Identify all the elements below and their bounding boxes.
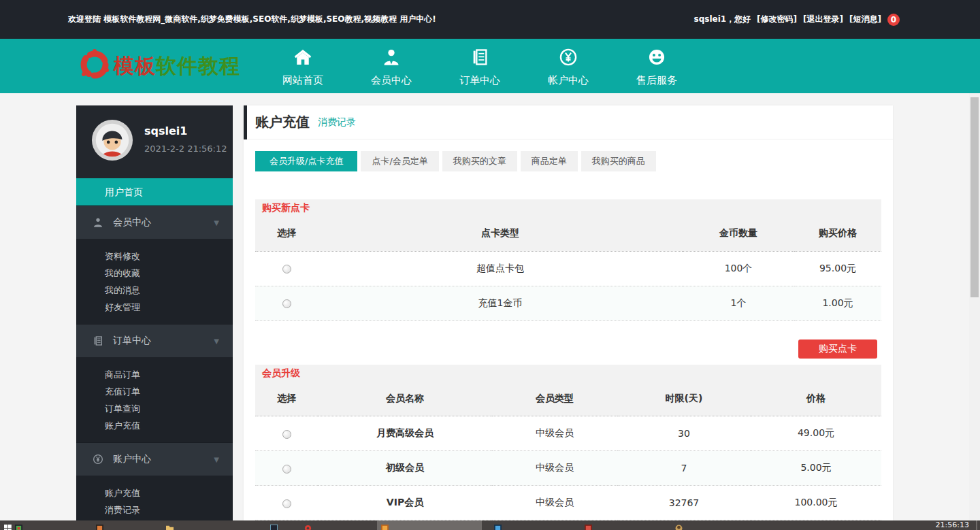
sidebar-item-user-home[interactable]: 用户首页 bbox=[76, 178, 233, 205]
site-logo[interactable]: 模板软件教程 bbox=[78, 48, 252, 84]
nav-item-after-sales[interactable]: 售后服务 bbox=[612, 45, 701, 87]
sidebar-submenu-orders: 商品订单 充值订单 订单查询 账户充值 bbox=[76, 357, 233, 442]
nav-item-label: 订单中心 bbox=[459, 74, 500, 87]
messages-link[interactable]: [短消息] bbox=[849, 14, 881, 25]
orders-icon bbox=[470, 48, 489, 69]
column-header: 会员类型 bbox=[492, 382, 617, 416]
tab-upgrade-recharge[interactable]: 会员升级/点卡充值 bbox=[255, 151, 357, 171]
taskbar-app[interactable] bbox=[162, 520, 178, 530]
section-title-upgrade: 会员升级 bbox=[255, 365, 881, 382]
windows-taskbar: 21:56:13 bbox=[0, 520, 980, 530]
coin-amount: 1个 bbox=[683, 286, 794, 320]
sidebar: sqslei1 2021-2-2 21:56:12 用户首页 会员中心 ▼ 资料… bbox=[76, 105, 233, 520]
column-header: 金币数量 bbox=[683, 216, 794, 251]
topbar: 欢迎登陆 模板软件教程网_微商软件,织梦免费模板,SEO软件,织梦模板,SEO教… bbox=[0, 0, 980, 39]
card-type: 超值点卡包 bbox=[318, 251, 683, 286]
change-password-link[interactable]: [修改密码] bbox=[757, 14, 797, 25]
tab-card-member-orders[interactable]: 点卡/会员定单 bbox=[361, 151, 438, 171]
nav-item-order-center[interactable]: 订单中心 bbox=[436, 45, 524, 87]
price: 5.00元 bbox=[751, 451, 881, 486]
scrollbar-thumb[interactable] bbox=[970, 97, 979, 297]
taskbar-app[interactable] bbox=[671, 520, 687, 530]
sidebar-item-product-orders[interactable]: 商品订单 bbox=[76, 366, 233, 383]
sidebar-item-profile-edit[interactable]: 资料修改 bbox=[76, 248, 233, 265]
spending-history-link[interactable]: 消费记录 bbox=[318, 116, 356, 129]
radio-select[interactable] bbox=[282, 265, 291, 274]
price: 1.00元 bbox=[794, 286, 881, 320]
section-title-buy-card: 购买新点卡 bbox=[255, 199, 881, 216]
radio-select[interactable] bbox=[282, 299, 291, 308]
sidebar-item-order-query[interactable]: 订单查询 bbox=[76, 400, 233, 417]
nav-items: 网站首页 会员中心 订单中心 帐户中心 售后服务 bbox=[259, 45, 701, 87]
chevron-down-icon: ▼ bbox=[214, 219, 219, 227]
buy-button-row: 购买点卡 bbox=[255, 339, 877, 359]
page-header: 账户充值 消费记录 bbox=[244, 105, 893, 139]
nav-item-label: 售后服务 bbox=[636, 74, 677, 87]
buy-card-button[interactable]: 购买点卡 bbox=[798, 339, 877, 359]
duration-days: 7 bbox=[617, 451, 751, 486]
message-count-badge[interactable]: 0 bbox=[887, 14, 900, 26]
user-greeting: sqslei1，您好 bbox=[694, 14, 751, 25]
table-header-row: 选择 点卡类型 金币数量 购买价格 bbox=[255, 216, 881, 251]
avatar[interactable] bbox=[91, 119, 133, 161]
sidebar-item-my-messages[interactable]: 我的消息 bbox=[76, 282, 233, 299]
tab-purchased-articles[interactable]: 我购买的文章 bbox=[442, 151, 517, 171]
logo-swirl-icon bbox=[78, 48, 111, 84]
member-icon bbox=[93, 217, 103, 228]
nav-item-account-center[interactable]: 帐户中心 bbox=[524, 45, 612, 87]
chevron-down-icon: ▼ bbox=[214, 456, 219, 463]
radio-select[interactable] bbox=[282, 430, 291, 439]
taskbar-app-icon bbox=[675, 525, 683, 530]
sidebar-section-order-center[interactable]: 订单中心 ▼ bbox=[76, 324, 233, 357]
table-row: 月费高级会员 中级会员 30 49.00元 bbox=[255, 416, 881, 451]
nav-item-member-center[interactable]: 会员中心 bbox=[347, 45, 436, 87]
sidebar-item-favorites[interactable]: 我的收藏 bbox=[76, 265, 233, 282]
sidebar-item-spending-history[interactable]: 消费记录 bbox=[76, 501, 233, 518]
sidebar-item-account-recharge[interactable]: 账户充值 bbox=[76, 417, 233, 434]
sidebar-submenu-account: 账户充值 消费记录 bbox=[76, 476, 233, 520]
profile-block: sqslei1 2021-2-2 21:56:12 bbox=[76, 105, 233, 178]
column-header: 会员名称 bbox=[318, 382, 492, 416]
sidebar-item-recharge-orders[interactable]: 充值订单 bbox=[76, 383, 233, 400]
main-panel: 账户充值 消费记录 会员升级/点卡充值 点卡/会员定单 我购买的文章 商品定单 … bbox=[244, 105, 893, 520]
sidebar-section-label: 会员中心 bbox=[113, 216, 151, 229]
sidebar-item-account-recharge-2[interactable]: 账户充值 bbox=[76, 484, 233, 501]
taskbar-app-icon bbox=[270, 525, 278, 530]
nav-item-home[interactable]: 网站首页 bbox=[259, 45, 347, 87]
scrollbar-track[interactable] bbox=[969, 93, 980, 520]
chevron-down-icon: ▼ bbox=[214, 337, 219, 345]
radio-select[interactable] bbox=[282, 499, 291, 508]
table-header-row: 选择 会员名称 会员类型 时限(天) 价格 bbox=[255, 382, 881, 416]
taskbar-app[interactable] bbox=[266, 520, 316, 530]
taskbar-app[interactable] bbox=[490, 520, 506, 530]
sidebar-section-account-center[interactable]: 账户中心 ▼ bbox=[76, 442, 233, 476]
home-icon bbox=[293, 48, 312, 69]
taskbar-app-active[interactable] bbox=[377, 520, 482, 530]
taskbar-start-area[interactable] bbox=[0, 520, 27, 530]
column-header: 购买价格 bbox=[794, 216, 881, 251]
nav-item-label: 会员中心 bbox=[371, 74, 412, 87]
member-type: 中级会员 bbox=[492, 486, 617, 520]
main-content: 会员升级/点卡充值 点卡/会员定单 我购买的文章 商品定单 我购买的商品 购买新… bbox=[244, 139, 893, 520]
tab-product-orders[interactable]: 商品定单 bbox=[521, 151, 578, 171]
tab-purchased-products[interactable]: 我购买的商品 bbox=[581, 151, 656, 171]
profile-login-time: 2021-2-2 21:56:12 bbox=[144, 144, 227, 154]
taskbar-app-icon bbox=[585, 525, 592, 530]
taskbar-app[interactable] bbox=[92, 520, 108, 530]
taskbar-clock[interactable]: 21:56:13 bbox=[936, 520, 977, 530]
folder-icon bbox=[166, 525, 174, 530]
topbar-user-area: sqslei1，您好 [修改密码] [退出登录] [短消息] 0 bbox=[694, 14, 900, 26]
logout-link[interactable]: [退出登录] bbox=[803, 14, 843, 25]
price: 100.00元 bbox=[751, 486, 881, 520]
account-icon bbox=[559, 48, 578, 69]
coin-amount: 100个 bbox=[683, 251, 794, 286]
point-card-table: 选择 点卡类型 金币数量 购买价格 超值点卡包 100个 95.00元 充值1金… bbox=[255, 216, 881, 321]
column-header: 选择 bbox=[255, 216, 318, 251]
radio-select[interactable] bbox=[282, 465, 291, 474]
welcome-text: 欢迎登陆 模板软件教程网_微商软件,织梦免费模板,SEO软件,织梦模板,SEO教… bbox=[68, 14, 436, 25]
sidebar-section-member-center[interactable]: 会员中心 ▼ bbox=[76, 205, 233, 239]
sidebar-item-friends[interactable]: 好友管理 bbox=[76, 299, 233, 316]
windows-start-icon bbox=[4, 525, 12, 530]
taskbar-app[interactable] bbox=[581, 520, 596, 530]
profile-info: sqslei1 2021-2-2 21:56:12 bbox=[144, 119, 227, 178]
